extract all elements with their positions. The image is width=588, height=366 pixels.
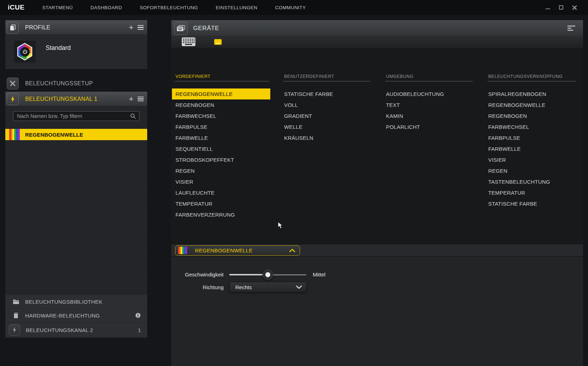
add-profile-button[interactable]: + <box>129 24 133 31</box>
keyboard-icon <box>181 37 196 46</box>
effect-item[interactable]: TEMPERATUR <box>485 187 577 198</box>
profile-avatar[interactable] <box>14 41 36 63</box>
effect-item[interactable]: LAUFLEUCHTE <box>172 187 270 198</box>
effects-columns: VORDEFINIERTREGENBOGENWELLEREGENBOGENFAR… <box>172 74 577 220</box>
effect-item[interactable]: REGEN <box>485 165 577 176</box>
sidebar-bottom-sections: BELEUCHTUNGSBIBLIOTHEK HARDWARE-BELEUCHT… <box>5 294 147 337</box>
effect-item[interactable]: REGENBOGEN <box>485 110 577 121</box>
effect-controls: Geschwindigkeit Mittel Richtung Rechts <box>171 257 583 366</box>
effect-item[interactable]: VISIER <box>172 176 270 187</box>
active-effect-row[interactable]: REGENBOGENWELLE <box>5 129 147 140</box>
column-items: STATISCHE FARBEVOLLGRADIENTWELLEKRÄUSELN <box>281 88 372 143</box>
slider-thumb[interactable] <box>263 269 273 280</box>
devices-panel: GERÄTE VORDEFINIERTREGENBOGENWELLEREGEN <box>171 20 583 356</box>
effect-item[interactable]: FARBWELLE <box>485 143 577 154</box>
effect-item[interactable]: FARBWECHSEL <box>172 110 270 121</box>
direction-dropdown[interactable]: Rechts <box>229 282 307 292</box>
profiles-icon <box>7 22 19 34</box>
effect-item[interactable]: POLARLICHT <box>382 121 474 132</box>
column-underline <box>488 81 576 81</box>
column-title[interactable]: VORDEFINIERT <box>175 74 270 81</box>
sort-icon[interactable] <box>567 25 575 31</box>
speed-slider[interactable] <box>229 269 306 280</box>
effect-item[interactable]: TASTENBELEUCHTUNG <box>485 176 577 187</box>
effect-item[interactable]: REGENBOGENWELLE <box>172 88 270 99</box>
profile-menu-icon[interactable] <box>138 25 144 30</box>
menu-dashboard[interactable]: DASHBOARD <box>91 5 122 10</box>
effect-item[interactable]: FARBENVERZERRUNG <box>172 209 270 220</box>
lighting-setup-header[interactable]: BELEUCHTUNGSSETUP <box>5 76 147 91</box>
effect-item[interactable]: AUDIOBELEUCHTUNG <box>382 88 474 99</box>
mousepad-icon <box>214 39 222 45</box>
effect-item[interactable]: KAMIN <box>382 110 474 121</box>
speed-label: Geschwindigkeit <box>171 271 224 278</box>
effect-item[interactable]: TEXT <box>382 99 474 110</box>
effect-item[interactable]: REGENBOGENWELLE <box>485 99 577 110</box>
menu-sofortbeleuchtung[interactable]: SOFORTBELEUCHTUNG <box>140 5 198 10</box>
profile-list: Standard <box>5 34 147 69</box>
slider-track-rest <box>268 274 306 275</box>
column-underline <box>283 81 370 81</box>
maximize-icon <box>559 5 563 10</box>
device-tab-mousepad[interactable] <box>210 36 226 48</box>
info-icon[interactable] <box>135 313 141 318</box>
menu-startmenu[interactable]: STARTMENÜ <box>42 5 73 10</box>
column-items: REGENBOGENWELLEREGENBOGENFARBWECHSELFARB… <box>172 88 270 220</box>
effect-item[interactable]: VISIER <box>485 154 577 165</box>
effect-item[interactable]: GRADIENT <box>281 110 372 121</box>
device-tab-keyboard[interactable] <box>177 36 200 48</box>
add-effect-button[interactable]: + <box>129 96 133 102</box>
rainbow-effect-icon <box>9 129 20 140</box>
minimize-button[interactable] <box>545 5 550 10</box>
hardware-lighting-label: HARDWARE-BELEUCHTUNG <box>25 313 100 319</box>
close-icon <box>572 5 577 10</box>
effect-item[interactable]: STATISCHE FARBE <box>281 88 372 99</box>
effect-item[interactable]: TEMPERATUR <box>172 198 270 209</box>
devices-title: GERÄTE <box>193 25 219 32</box>
rainbow-effect-icon <box>178 247 187 254</box>
effect-item[interactable]: STROBOSKOPEFFEKT <box>172 154 270 165</box>
column-title[interactable]: BELEUCHTUNGSVERKNÜPFUNG <box>488 74 577 81</box>
column-title[interactable]: UMGEBUNG <box>386 74 474 81</box>
menu-community[interactable]: COMMUNITY <box>275 5 306 10</box>
column-underline <box>385 81 473 81</box>
lighting-channel1-header[interactable]: BELEUCHTUNGSKANAL 1 + <box>5 92 147 106</box>
effect-item[interactable]: SEQUENTIELL <box>172 143 270 154</box>
active-effect-label: REGENBOGENWELLE <box>25 132 83 138</box>
stacked-pages-icon <box>9 24 16 31</box>
effect-item[interactable]: STATISCHE FARBE <box>485 198 577 209</box>
chevron-down-icon <box>296 285 302 289</box>
sidebar: PROFILE + Standard <box>5 20 147 337</box>
sidebar-item-lighting-channel2[interactable]: BELEUCHTUNGSKANAL 2 1 <box>5 322 147 337</box>
effect-item[interactable]: VOLL <box>281 99 372 110</box>
effect-item[interactable]: FARBPULSE <box>485 132 577 143</box>
effect-item[interactable]: WELLE <box>281 121 372 132</box>
channel1-menu-icon[interactable] <box>138 97 144 102</box>
menu-einstellungen[interactable]: EINSTELLUNGEN <box>216 5 258 10</box>
effect-item[interactable]: SPIRALREGENBOGEN <box>485 88 577 99</box>
maximize-button[interactable] <box>558 5 564 10</box>
effects-column: BENUTZERDEFINIERTSTATISCHE FARBEVOLLGRAD… <box>281 74 372 220</box>
sidebar-item-hardware-lighting[interactable]: HARDWARE-BELEUCHTUNG <box>5 309 147 322</box>
devices-body: VORDEFINIERTREGENBOGENWELLEREGENBOGENFAR… <box>171 48 583 356</box>
main-menu: STARTMENÜ DASHBOARD SOFORTBELEUCHTUNG EI… <box>42 5 306 10</box>
selected-effect-expander[interactable]: REGENBOGENWELLE <box>175 245 300 256</box>
icue-hex-logo-icon <box>17 43 33 61</box>
column-title[interactable]: BENUTZERDEFINIERT <box>284 74 372 81</box>
sidebar-item-lighting-library[interactable]: BELEUCHTUNGSBIBLIOTHEK <box>5 295 147 308</box>
lightning-bolt-icon <box>12 327 17 333</box>
effect-item[interactable]: KRÄUSELN <box>281 132 372 143</box>
effect-item[interactable]: FARBWECHSEL <box>485 121 577 132</box>
effects-column: UMGEBUNGAUDIOBELEUCHTUNGTEXTKAMINPOLARLI… <box>382 74 474 220</box>
effect-item[interactable]: FARBWELLE <box>172 132 270 143</box>
close-button[interactable] <box>572 5 577 10</box>
effect-item[interactable]: REGEN <box>172 165 270 176</box>
slider-track-filled <box>229 274 268 275</box>
effect-item[interactable]: FARBPULSE <box>172 121 270 132</box>
devices-icon <box>174 22 188 35</box>
power-icon <box>22 49 28 55</box>
profile-name[interactable]: Standard <box>46 44 71 52</box>
filter-input[interactable] <box>13 111 139 121</box>
effect-item[interactable]: REGENBOGEN <box>172 99 270 110</box>
direction-value: Rechts <box>235 284 252 290</box>
